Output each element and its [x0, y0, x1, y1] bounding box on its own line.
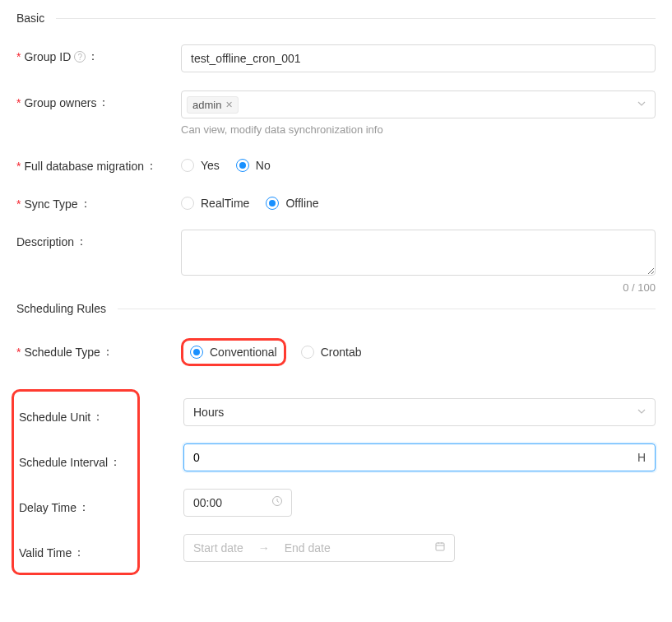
divider: [118, 309, 656, 309]
radio-icon-checked: [266, 197, 279, 210]
label-delay-time: Delay Time ：: [14, 495, 137, 515]
required-asterisk: *: [16, 96, 21, 109]
select-value: Hours: [193, 406, 224, 419]
radio-label: Crontab: [321, 346, 362, 359]
description-textarea[interactable]: [181, 230, 656, 276]
owner-tag-label: admin: [192, 99, 221, 111]
label-group-id: * Group ID ? ：: [16, 44, 181, 64]
group-owners-select[interactable]: admin ✕: [181, 91, 656, 118]
label-full-db-migration: * Full database migration ：: [16, 154, 181, 174]
section-title-basic: Basic: [16, 12, 44, 25]
group-id-input[interactable]: [181, 44, 656, 72]
required-asterisk: *: [16, 160, 21, 173]
highlight-schedule-labels: Schedule Unit ： Schedule Interval ： Dela…: [12, 389, 140, 575]
radio-no[interactable]: No: [236, 159, 271, 172]
calendar-icon: [434, 541, 446, 555]
label-description: Description ：: [16, 230, 181, 249]
arrow-right-icon: →: [258, 541, 270, 555]
chevron-down-icon: [637, 98, 647, 111]
label-schedule-interval: Schedule Interval ：: [14, 450, 137, 470]
owner-tag: admin ✕: [187, 96, 239, 114]
label-schedule-unit: Schedule Unit ：: [14, 405, 137, 425]
radio-conventional[interactable]: Conventional: [190, 346, 277, 359]
time-value: 00:00: [193, 496, 222, 509]
radio-label: No: [256, 159, 271, 172]
radio-icon: [301, 346, 314, 359]
radio-icon-checked: [190, 346, 203, 359]
delay-time-picker[interactable]: 00:00: [183, 489, 292, 517]
radio-crontab[interactable]: Crontab: [301, 346, 362, 359]
valid-time-range-picker[interactable]: Start date → End date: [183, 534, 455, 562]
help-icon[interactable]: ?: [74, 51, 86, 63]
clock-icon: [271, 495, 283, 509]
section-header-basic: Basic: [16, 12, 656, 25]
label-schedule-type: * Schedule Type ：: [16, 345, 181, 360]
divider: [56, 18, 656, 19]
end-date-placeholder: End date: [285, 541, 331, 555]
radio-realtime[interactable]: RealTime: [181, 197, 249, 210]
row-sync-type: * Sync Type ： RealTime Offline: [16, 192, 656, 211]
sync-type-radio-group: RealTime Offline: [181, 192, 656, 210]
char-counter: 0 / 100: [181, 281, 656, 294]
chevron-down-icon: [637, 406, 647, 419]
label-group-owners: * Group owners ：: [16, 91, 181, 110]
label-valid-time: Valid Time ：: [14, 541, 137, 560]
interval-suffix: H: [637, 451, 646, 464]
row-group-id: * Group ID ? ：: [16, 44, 656, 72]
radio-icon-checked: [236, 159, 249, 172]
row-full-db-migration: * Full database migration ： Yes No: [16, 154, 656, 174]
radio-icon: [181, 197, 194, 210]
tag-remove-icon[interactable]: ✕: [225, 100, 233, 110]
group-owners-help: Can view, modify data synchronization in…: [181, 123, 656, 136]
radio-icon: [181, 159, 194, 172]
schedule-unit-select[interactable]: Hours: [183, 398, 656, 426]
full-db-migration-radio-group: Yes No: [181, 154, 656, 172]
section-title-scheduling: Scheduling Rules: [16, 302, 106, 315]
radio-label: Yes: [201, 159, 220, 172]
svg-rect-1: [436, 543, 444, 550]
radio-label: Offline: [285, 197, 318, 210]
radio-label: Conventional: [210, 346, 277, 359]
required-asterisk: *: [16, 346, 21, 359]
section-header-scheduling: Scheduling Rules: [16, 302, 656, 315]
required-asterisk: *: [16, 197, 21, 211]
radio-yes[interactable]: Yes: [181, 159, 220, 172]
row-schedule-type: * Schedule Type ： Conventional Crontab: [16, 338, 656, 366]
radio-label: RealTime: [201, 197, 249, 210]
label-sync-type: * Sync Type ：: [16, 192, 181, 211]
row-group-owners: * Group owners ： admin ✕ Can view, modif…: [16, 91, 656, 136]
row-description: Description ： 0 / 100: [16, 230, 656, 294]
radio-offline[interactable]: Offline: [266, 197, 318, 210]
schedule-interval-input-wrapper: H: [183, 443, 656, 471]
schedule-interval-input[interactable]: [193, 451, 631, 464]
highlight-conventional: Conventional: [181, 338, 286, 366]
required-asterisk: *: [16, 50, 21, 63]
start-date-placeholder: Start date: [193, 541, 243, 555]
scheduling-fields-grid: Schedule Unit ： Schedule Interval ： Dela…: [16, 389, 656, 575]
